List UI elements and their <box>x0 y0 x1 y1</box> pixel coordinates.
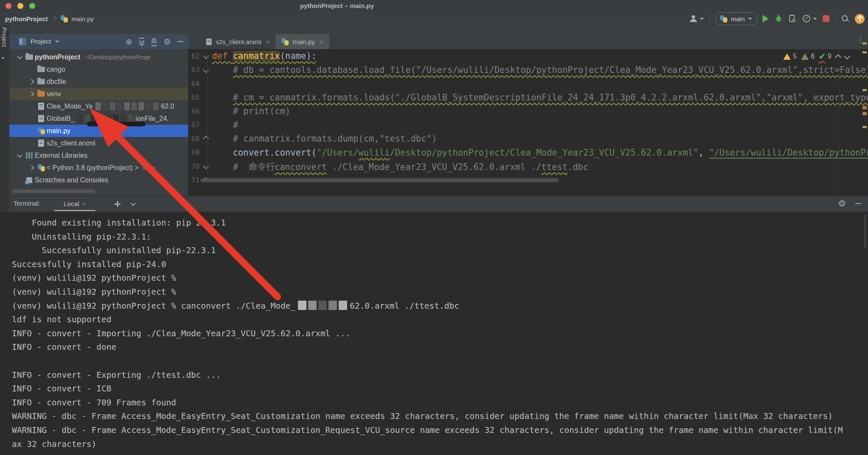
debug-icon[interactable] <box>774 14 783 23</box>
minimize-window-button[interactable] <box>17 3 23 9</box>
code-segment <box>212 148 233 158</box>
code-segment: convert.convert( <box>233 148 316 158</box>
toolbar-separator <box>709 14 710 23</box>
tab-main.py[interactable]: main.py× <box>275 34 329 49</box>
hide-icon[interactable] <box>855 203 861 204</box>
fold-down-icon[interactable] <box>200 54 212 58</box>
tree-row[interactable]: External Libraries <box>9 149 188 162</box>
code-editor[interactable]: 62def canmatrix(name):63 # db = cantools… <box>189 49 868 196</box>
stripe-button-project[interactable]: Project <box>1 27 8 47</box>
chevron-right-icon[interactable] <box>27 92 36 96</box>
run-icon[interactable] <box>762 15 769 22</box>
stop-icon[interactable] <box>823 15 829 22</box>
code-segment: .dbc <box>568 162 588 172</box>
chevron-down-icon[interactable] <box>55 41 59 43</box>
tree-row[interactable]: Scratches and Consoles <box>9 174 188 186</box>
fold-down-icon[interactable] <box>200 68 212 72</box>
account-widget[interactable] <box>689 15 704 22</box>
add-tab-icon[interactable] <box>114 201 120 207</box>
inspections-widget[interactable]: 5 6 ✔9 <box>783 51 849 62</box>
breadcrumb-project[interactable]: pythonProject <box>5 15 48 22</box>
dropdown-icon[interactable] <box>131 201 136 206</box>
chevron-down-icon[interactable] <box>15 56 24 59</box>
chevron-down-icon[interactable] <box>15 154 24 157</box>
settings-icon[interactable]: ⚙ <box>164 38 171 46</box>
terminal-line: INFO - convert - Importing ./Clea_Mode_Y… <box>12 327 868 341</box>
tree-row[interactable]: s2s_client.arxml <box>9 137 188 149</box>
tree-item-name: < Python 3.8 (pythonProject) > <box>47 164 139 172</box>
tree-item-path: ~/Desktop/pythonProje <box>84 53 150 61</box>
tab-s2s_client.arxml[interactable]: s2s_client.arxml× <box>200 34 275 49</box>
code-segment <box>212 92 233 103</box>
tab-label: main.py <box>292 38 315 45</box>
code-text: # canmatrix.formats.dump(cm,"test.dbc") <box>212 134 437 144</box>
tree-row[interactable]: cango <box>9 63 188 75</box>
breadcrumb-file[interactable]: main.py <box>72 15 94 22</box>
code-segment: # <box>233 120 238 130</box>
user-icon <box>689 15 698 22</box>
error-stripe-mark[interactable] <box>862 89 867 91</box>
error-stripe-mark[interactable] <box>862 51 867 53</box>
chevron-right-icon[interactable] <box>27 166 36 170</box>
code-segment: # db = cantools.database.load_file("/Use… <box>233 65 868 75</box>
error-stripe-mark[interactable] <box>862 112 867 115</box>
previous-problem-icon[interactable] <box>835 54 841 61</box>
hide-icon[interactable] <box>178 41 184 42</box>
error-stripe-mark[interactable] <box>862 106 867 109</box>
terminal-line: INFO - convert - 709 Frames found <box>12 396 868 410</box>
update-icon[interactable] <box>855 14 865 24</box>
fold-guide-line <box>207 51 208 186</box>
terminal-label: Terminal: <box>14 200 40 207</box>
code-segment: , <box>698 148 709 158</box>
editor-horizontal-scrollbar[interactable] <box>200 178 559 182</box>
run-configuration-select[interactable]: main <box>715 12 757 25</box>
error-stripe-mark[interactable] <box>862 126 867 128</box>
error-stripe-mark[interactable] <box>862 42 867 45</box>
tree-item-name: Clea_Mode_Ye <box>47 103 93 110</box>
search-icon[interactable] <box>841 14 849 23</box>
main-toolbar: main <box>689 12 865 25</box>
terminal-tab-local[interactable]: Local × <box>54 196 95 212</box>
tree-row[interactable]: pythonProject~/Desktop/pythonProje <box>9 51 188 63</box>
code-text: convert.convert("/Users/wulili/Desktop/p… <box>212 148 868 158</box>
fold-down-icon[interactable] <box>200 164 212 168</box>
close-window-button[interactable] <box>6 3 11 9</box>
tree-horizontal-scrollbar[interactable] <box>13 190 95 193</box>
chevron-right-icon[interactable] <box>27 80 36 84</box>
project-tool-window-header[interactable]: Project ⊕ ⚙ <box>9 34 189 49</box>
code-segment: # canmatrix.formats.dump(cm,"test.dbc") <box>233 134 437 144</box>
expand-all-icon[interactable] <box>139 38 145 45</box>
code-line: 64 <box>189 77 868 91</box>
locate-icon[interactable]: ⊕ <box>125 38 132 46</box>
terminal-header: Terminal: Local × ⚙ <box>9 196 868 212</box>
zoom-window-button[interactable] <box>29 3 35 9</box>
tree-item-name: 62.0 <box>161 103 174 110</box>
terminal-line: INFO - convert - done <box>12 341 868 355</box>
terminal-scrollbar[interactable] <box>864 214 866 248</box>
run-coverage-icon[interactable] <box>788 14 797 23</box>
close-icon[interactable]: × <box>320 38 323 45</box>
collapse-all-icon[interactable] <box>151 37 157 46</box>
code-line: 66 # print(cm) <box>189 104 868 118</box>
settings-icon[interactable]: ⚙ <box>838 199 846 208</box>
profiler-widget[interactable] <box>802 14 817 23</box>
tree-row[interactable]: Clea_Mode_Ye62.0 <box>9 100 188 112</box>
tree-row[interactable]: < Python 3.8 (pythonProject) >/Use <box>9 162 188 174</box>
tree-row[interactable]: dbcfile <box>9 75 188 88</box>
fold-up-icon[interactable] <box>200 137 212 141</box>
terminal-output[interactable]: Found existing installation: pip 22.3.1 … <box>0 212 868 455</box>
python-file-icon <box>281 38 289 45</box>
close-icon[interactable]: × <box>83 201 86 207</box>
code-segment: ttest <box>541 162 568 172</box>
line-number: 68 <box>189 135 200 143</box>
next-problem-icon[interactable] <box>843 53 850 59</box>
tree-item-name: ionFile_24. <box>136 115 169 123</box>
project-header-title: Project <box>31 38 51 45</box>
terminal-line: WARNING - dbc - Frame Access_Mode_EasyEn… <box>12 424 868 438</box>
folder-icon <box>36 67 47 72</box>
tree-row[interactable]: main.py <box>9 125 188 137</box>
terminal-line: ax 32 characters) <box>12 438 868 452</box>
code-segment: "/Users/ <box>317 148 359 158</box>
tree-row[interactable]: venv <box>9 88 188 100</box>
close-icon[interactable]: × <box>266 38 270 45</box>
